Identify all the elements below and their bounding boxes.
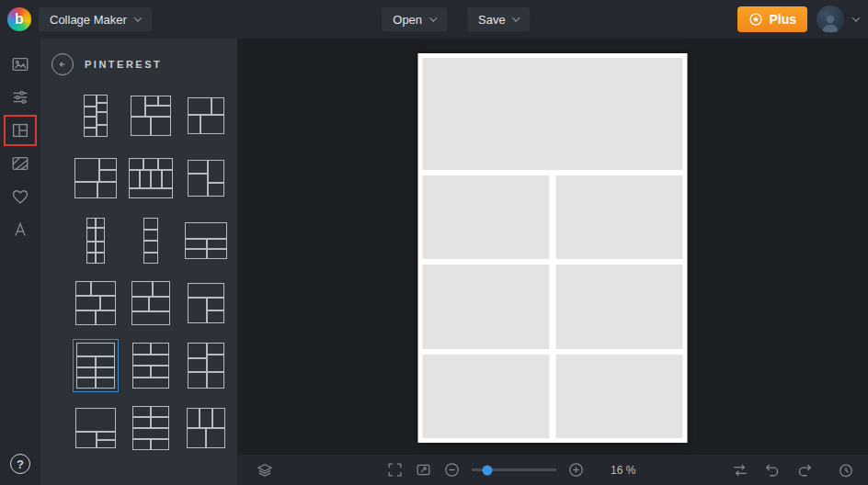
layout-thumbnail[interactable]	[86, 218, 105, 264]
layouts-panel: PINTEREST	[40, 39, 237, 485]
thumbnail-cell	[143, 241, 158, 253]
collage-cell[interactable]	[555, 355, 682, 438]
layout-thumb-slot	[123, 147, 178, 209]
befunky-logo-icon[interactable]: b	[7, 7, 31, 31]
layout-thumbnail[interactable]	[132, 343, 169, 389]
layout-thumbnail[interactable]	[185, 222, 227, 259]
collage-cell[interactable]	[555, 175, 682, 259]
layout-thumbnail[interactable]	[74, 158, 117, 198]
thumbnail-cell	[96, 356, 115, 367]
app-menu-label: Collage Maker	[50, 13, 127, 27]
thumbnail-cell	[96, 242, 105, 253]
thumbnail-cell	[84, 107, 97, 117]
tool-sidebar: ?	[0, 39, 40, 485]
thumbnail-cell	[200, 408, 212, 428]
layout-thumb-slot	[68, 397, 123, 459]
collage-cell[interactable]	[423, 58, 683, 170]
layout-thumbnail-selected[interactable]	[76, 343, 115, 389]
shuffle-button[interactable]	[731, 461, 749, 479]
back-button[interactable]	[51, 53, 74, 75]
account-chevron-down-icon[interactable]	[852, 14, 860, 21]
redo-button[interactable]	[795, 461, 814, 479]
workspace: ? PINTEREST	[0, 39, 868, 485]
undo-icon	[763, 461, 782, 479]
zoom-slider[interactable]	[472, 468, 556, 471]
thumbnail-cell	[76, 378, 96, 389]
collage-cell[interactable]	[423, 265, 550, 348]
layers-button[interactable]	[256, 461, 274, 479]
thumbnail-cell	[185, 249, 207, 259]
fit-screen-button[interactable]	[386, 461, 404, 479]
layout-thumbnail[interactable]	[188, 97, 224, 134]
panel-header: PINTEREST	[51, 53, 237, 75]
layout-thumb-slot	[68, 272, 123, 334]
thumbnail-cell	[97, 182, 117, 198]
thumbnail-cell	[76, 367, 96, 378]
thumbnail-cell	[129, 188, 173, 198]
thumbnail-cell	[86, 253, 96, 264]
chevron-down-icon	[512, 14, 520, 21]
thumbnail-cell	[129, 158, 143, 170]
thumbnail-cell	[145, 96, 158, 106]
layout-thumbnail[interactable]	[188, 160, 224, 197]
layout-thumbnail[interactable]	[188, 283, 224, 323]
plus-circle-icon	[567, 461, 585, 479]
thumbnail-cell	[188, 283, 224, 298]
sidebar-item-text[interactable]	[0, 213, 40, 246]
layers-icon	[256, 461, 274, 479]
zoom-level-label: 16 %	[611, 464, 635, 477]
app-menu-button[interactable]: Collage Maker	[39, 7, 152, 31]
thumbnail-cell	[143, 158, 158, 170]
layout-thumbnail[interactable]	[131, 96, 171, 136]
panel-title: PINTEREST	[85, 59, 162, 70]
thumbnail-cell	[207, 249, 227, 259]
layout-thumb-slot	[178, 85, 234, 147]
layout-thumbnail[interactable]	[143, 218, 158, 264]
thumbnail-cell	[188, 298, 207, 323]
user-avatar[interactable]	[817, 6, 844, 33]
zoom-in-button[interactable]	[567, 461, 585, 479]
layout-thumbnail[interactable]	[131, 281, 170, 325]
collage-canvas[interactable]	[418, 53, 688, 443]
layout-thumbnail[interactable]	[75, 281, 116, 325]
thumbnail-cell	[97, 95, 108, 103]
layout-thumbnail[interactable]	[187, 408, 225, 448]
collage-cell[interactable]	[423, 355, 550, 438]
zoom-out-button[interactable]	[443, 461, 461, 479]
collage-cell[interactable]	[555, 265, 682, 348]
sliders-icon	[10, 87, 30, 107]
zoom-slider-knob[interactable]	[482, 465, 492, 475]
thumbnail-cell	[151, 439, 169, 450]
sidebar-item-layouts[interactable]	[0, 114, 40, 147]
undo-button[interactable]	[763, 461, 782, 479]
layout-thumbnail[interactable]	[132, 406, 169, 450]
plus-upgrade-button[interactable]: Plus	[737, 6, 807, 32]
thumbnail-cell	[75, 432, 97, 448]
layout-thumb-slot	[178, 272, 234, 334]
thumbnail-cell	[99, 158, 117, 170]
open-button[interactable]: Open	[382, 7, 447, 31]
collage-cell[interactable]	[423, 175, 550, 259]
thumbnail-cell	[97, 112, 108, 125]
bottom-toolbar: 16 %	[237, 455, 868, 485]
layout-thumbnail[interactable]	[188, 343, 224, 389]
help-button[interactable]: ?	[10, 454, 30, 474]
thumbnail-cell	[132, 355, 169, 366]
sidebar-item-graphics[interactable]	[0, 180, 40, 213]
thumbnail-cell	[188, 174, 208, 197]
layout-thumbnail[interactable]	[84, 95, 108, 137]
canvas-size-button[interactable]	[415, 461, 432, 479]
save-button[interactable]: Save	[467, 7, 531, 31]
layout-thumbnail[interactable]	[129, 158, 173, 198]
thumbnail-cell	[151, 117, 171, 136]
history-button[interactable]	[837, 461, 855, 479]
thumbnail-cell	[151, 343, 169, 355]
thumbnail-cell	[158, 158, 173, 170]
thumbnail-cell	[187, 428, 206, 448]
sidebar-item-edit[interactable]	[0, 81, 40, 114]
layout-thumbnail[interactable]	[75, 408, 116, 448]
layout-thumb-slot	[123, 272, 178, 334]
sidebar-item-photos[interactable]	[0, 48, 40, 81]
thumbnail-cell	[207, 372, 224, 389]
sidebar-item-patterns[interactable]	[0, 147, 40, 180]
